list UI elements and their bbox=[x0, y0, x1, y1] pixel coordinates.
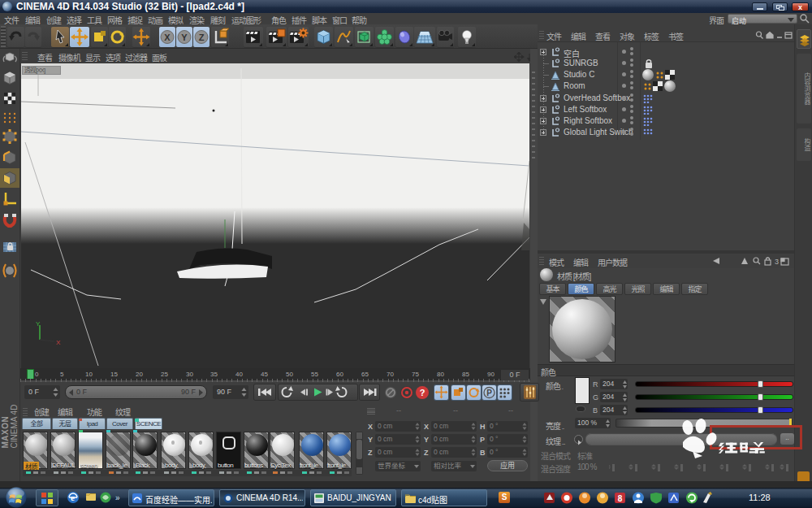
svg-text:5: 5 bbox=[60, 371, 64, 378]
svg-text:15: 15 bbox=[110, 371, 118, 378]
svg-text:40: 40 bbox=[235, 371, 243, 378]
svg-text:X: X bbox=[164, 33, 171, 42]
svg-text:85: 85 bbox=[462, 371, 469, 378]
svg-text:Z: Z bbox=[199, 33, 205, 42]
svg-text:25: 25 bbox=[161, 371, 168, 378]
svg-text:Y: Y bbox=[36, 320, 41, 328]
svg-text:35: 35 bbox=[210, 371, 218, 378]
svg-text:Y: Y bbox=[181, 33, 188, 42]
svg-text:20: 20 bbox=[136, 371, 143, 378]
svg-text:90: 90 bbox=[487, 371, 495, 378]
svg-text:P: P bbox=[486, 389, 492, 397]
svg-text:10: 10 bbox=[85, 371, 93, 378]
svg-text:60: 60 bbox=[336, 371, 343, 378]
svg-text:65: 65 bbox=[361, 371, 369, 378]
svg-text:»: » bbox=[115, 493, 120, 502]
svg-text:45: 45 bbox=[261, 371, 268, 378]
svg-text:75: 75 bbox=[412, 371, 419, 378]
svg-text:0: 0 bbox=[35, 371, 39, 378]
svg-text:50: 50 bbox=[286, 371, 293, 378]
svg-text:30: 30 bbox=[186, 371, 193, 378]
svg-text:70: 70 bbox=[387, 371, 394, 378]
svg-text:e: e bbox=[71, 493, 75, 502]
svg-text:?: ? bbox=[420, 388, 425, 397]
svg-text:80: 80 bbox=[437, 371, 444, 378]
svg-text:3: 3 bbox=[775, 258, 779, 266]
svg-text:X: X bbox=[56, 339, 61, 346]
svg-text:55: 55 bbox=[311, 371, 318, 378]
svg-text:8: 8 bbox=[618, 494, 623, 503]
